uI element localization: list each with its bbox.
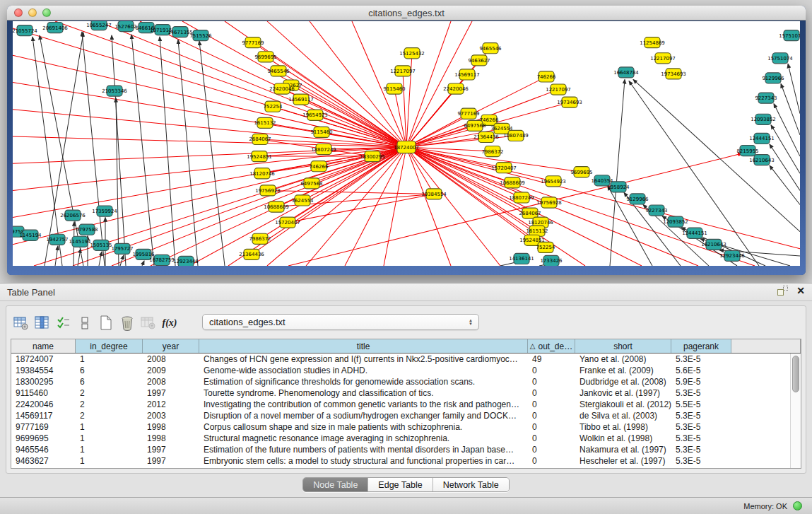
graph-node[interactable]: 18724007 <box>394 141 419 153</box>
graph-node[interactable]: 9115460 <box>383 83 405 94</box>
graph-node[interactable]: 12093852 <box>663 216 688 227</box>
graph-node[interactable]: 1527602 <box>114 21 136 32</box>
graph-node[interactable]: 9129966 <box>626 194 649 204</box>
graph-node[interactable]: 9797588 <box>76 224 98 235</box>
graph-node[interactable]: 15751074 <box>779 30 800 41</box>
graph-node[interactable]: 9227343 <box>755 93 777 103</box>
graph-node[interactable]: 12444151 <box>749 133 775 144</box>
graph-node[interactable]: 21364436 <box>239 249 264 259</box>
window-titlebar[interactable]: citations_edges.txt <box>7 6 806 21</box>
graph-node[interactable]: 746266 <box>310 161 329 172</box>
graph-node[interactable]: 19756928 <box>536 197 562 208</box>
graph-node[interactable]: 1942757 <box>46 234 68 245</box>
network-graph[interactable]: 1872400718300295193845549777169746266649… <box>13 21 800 266</box>
graph-node[interactable]: 15125432 <box>399 48 425 59</box>
graph-node[interactable]: 21364436 <box>473 132 499 142</box>
table-row[interactable]: 1456911722003Disruption of a novel membe… <box>11 410 790 421</box>
graph-node[interactable]: 1615132 <box>254 117 276 128</box>
graph-node[interactable]: 12923446 <box>173 256 199 266</box>
graph-node[interactable]: 19654923 <box>541 176 566 187</box>
graph-node[interactable]: 12217097 <box>390 66 416 76</box>
graph-node[interactable]: 18120746 <box>249 168 275 179</box>
graph-node[interactable]: 9227343 <box>645 205 667 216</box>
graph-node[interactable]: 10688609 <box>264 201 289 212</box>
graph-node[interactable]: 16648784 <box>613 67 639 78</box>
table-row[interactable]: 1830029562008Estimation of significance … <box>11 376 790 387</box>
graph-node[interactable]: 746266 <box>537 71 556 82</box>
graph-node[interactable]: 19734693 <box>557 97 582 107</box>
graph-node[interactable]: 6497568 <box>300 178 322 189</box>
graph-node[interactable]: 9463627 <box>468 55 490 66</box>
graph-node[interactable]: 1795727 <box>111 243 133 254</box>
network-canvas[interactable]: 1872400718300295193845549777169746266649… <box>13 21 800 266</box>
graph-node[interactable]: 7986372 <box>249 233 271 244</box>
tab-edge-table[interactable]: Edge Table <box>368 478 433 491</box>
column-header-year[interactable]: year <box>143 339 199 353</box>
graph-node[interactable]: 9699695 <box>254 52 276 62</box>
column-header-short[interactable]: short <box>575 339 671 353</box>
graph-node[interactable]: 1505135 <box>90 240 112 250</box>
graph-node[interactable]: 10655247 <box>86 21 112 30</box>
tab-network-table[interactable]: Network Table <box>433 478 509 491</box>
graph-node[interactable]: 12444151 <box>682 228 707 238</box>
show-columns-icon[interactable] <box>32 313 53 333</box>
graph-node[interactable]: 9129966 <box>762 73 784 83</box>
graph-node[interactable]: 12923446 <box>719 250 745 261</box>
table-row[interactable]: 977716911998Corpus callosum shape and si… <box>11 421 790 433</box>
graph-node[interactable]: 14136141 <box>509 253 534 264</box>
column-header-title[interactable]: title <box>199 339 528 353</box>
graph-node[interactable]: 7515526 <box>189 30 212 41</box>
close-panel-icon[interactable]: ✕ <box>796 286 805 296</box>
new-document-icon[interactable] <box>95 313 117 333</box>
table-scrollbar-thumb[interactable] <box>792 356 799 392</box>
table-scrollbar[interactable] <box>790 354 801 468</box>
graph-node[interactable]: 19734693 <box>661 69 686 79</box>
graph-node[interactable]: 21053346 <box>102 86 127 96</box>
graph-node[interactable]: 1733426 <box>540 255 563 266</box>
graph-node[interactable]: 7986372 <box>481 146 503 157</box>
table-row[interactable]: 946554611997Estimation of the future num… <box>11 444 790 455</box>
column-header-name[interactable]: name <box>11 339 76 353</box>
graph-node[interactable]: 19524851 <box>247 151 272 162</box>
graph-node[interactable]: 11254869 <box>640 37 665 48</box>
graph-node[interactable]: 9465546 <box>267 66 290 76</box>
graph-node[interactable]: 16782759 <box>149 255 175 265</box>
import-table-icon[interactable] <box>138 313 159 333</box>
graph-node[interactable]: 6497568 <box>464 120 486 131</box>
graph-node[interactable]: 9777169 <box>457 108 479 119</box>
graph-node[interactable]: 16210643 <box>749 155 775 165</box>
graph-node[interactable]: 21055724 <box>13 25 37 36</box>
graph-node[interactable]: 8215955 <box>736 146 758 156</box>
table-row[interactable]: 1938455462009Genome-wide association stu… <box>11 365 790 376</box>
row-height-icon[interactable] <box>74 313 95 333</box>
graph-node[interactable]: 10807489 <box>503 130 529 141</box>
table-row[interactable]: 946362711997Embryonic stem cells: a mode… <box>11 455 790 467</box>
tab-node-table[interactable]: Node Table <box>303 478 368 491</box>
table-row[interactable]: 1872400712008Changes of HCN gene express… <box>11 354 790 365</box>
graph-node[interactable]: 12217097 <box>650 53 676 64</box>
graph-node[interactable]: 17359924 <box>92 206 117 216</box>
graph-node[interactable]: 16210643 <box>701 239 726 250</box>
table-mode-icon[interactable] <box>11 313 32 333</box>
graph-node[interactable]: 9465546 <box>479 43 502 54</box>
graph-node[interactable]: 18807249 <box>509 192 534 203</box>
graph-node[interactable]: 1145194 <box>19 230 42 240</box>
column-header-pagerank[interactable]: pagerank <box>671 339 731 353</box>
column-header-out_de[interactable]: △out_de… <box>528 339 575 353</box>
select-all-icon[interactable] <box>53 313 74 333</box>
function-builder-icon[interactable]: f(x) <box>159 313 180 333</box>
graph-node[interactable]: 15751074 <box>767 53 793 64</box>
graph-node[interactable]: 9777169 <box>242 37 264 48</box>
table-row[interactable]: 911546021997Tourette syndrome. Phenomeno… <box>11 387 790 399</box>
float-window-icon[interactable] <box>777 286 788 296</box>
graph-node[interactable]: 14569117 <box>454 69 480 80</box>
graph-node[interactable]: 22420046 <box>443 83 469 94</box>
graph-node[interactable]: 20691406 <box>42 23 68 33</box>
graph-node[interactable]: 12093852 <box>751 114 776 124</box>
graph-node[interactable]: 12217097 <box>546 84 571 95</box>
graph-node[interactable]: 2684067 <box>249 134 271 144</box>
delete-icon[interactable] <box>117 313 138 333</box>
graph-node[interactable]: 15720407 <box>275 217 300 228</box>
graph-node[interactable]: 8958924 <box>607 182 630 192</box>
column-header-in_degree[interactable]: in_degree <box>76 339 143 353</box>
